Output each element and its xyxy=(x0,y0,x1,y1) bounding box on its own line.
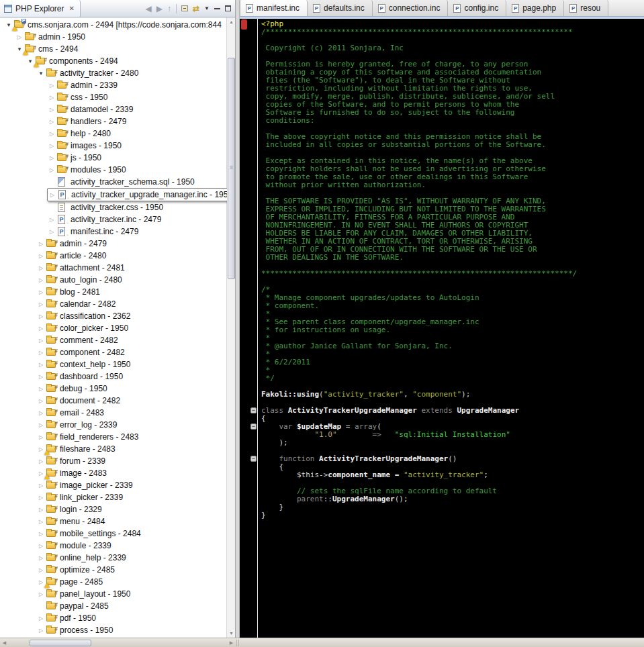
editor-tab-manifest.inc[interactable]: manifest.inc xyxy=(240,0,308,16)
scroll-up-arrow-icon[interactable]: ▲ xyxy=(227,17,235,26)
tree-item-fileshare[interactable]: ▷#fileshare - 2483 xyxy=(36,443,227,455)
close-view-icon[interactable]: ✕ xyxy=(68,5,74,12)
closed-expander-icon[interactable]: ▷ xyxy=(36,507,46,513)
tree-item-online_help[interactable]: ▷#online_help - 2339 xyxy=(36,552,227,564)
forward-arrow-icon[interactable]: ▶ xyxy=(156,5,163,13)
closed-expander-icon[interactable]: ▷ xyxy=(47,143,56,149)
tree-item-components[interactable]: ▾#components - 2494 xyxy=(26,55,227,67)
tree-item-field_renderers[interactable]: ▷#field_renderers - 2483 xyxy=(36,431,227,443)
tree-item-document[interactable]: ▷#document - 2482 xyxy=(36,395,227,407)
closed-expander-icon[interactable]: ▷ xyxy=(47,83,56,89)
fold-collapse-icon[interactable]: − xyxy=(250,407,257,413)
tree-item-article[interactable]: ▷#article - 2480 xyxy=(36,250,227,262)
tree-item-blog[interactable]: ▷#blog - 2481 xyxy=(36,286,227,298)
closed-expander-icon[interactable]: ▷ xyxy=(47,95,56,101)
tree-item-comment[interactable]: ▷#comment - 2482 xyxy=(36,334,227,346)
tree-item-module[interactable]: ▷#module - 2339 xyxy=(36,540,227,552)
tree-item-link_picker[interactable]: ▷#link_picker - 2339 xyxy=(36,491,227,503)
closed-expander-icon[interactable]: ▷ xyxy=(36,326,46,332)
closed-expander-icon[interactable]: ▷ xyxy=(36,301,46,307)
tree-item-admin[interactable]: ▷#admin - 2339 xyxy=(47,79,227,91)
sash-grip[interactable] xyxy=(236,640,240,646)
closed-expander-icon[interactable]: ▷ xyxy=(36,628,46,634)
closed-expander-icon[interactable]: ▷ xyxy=(36,495,46,501)
closed-expander-icon[interactable]: ▷ xyxy=(47,229,56,235)
tree-item-calendar[interactable]: ▷#calendar - 2482 xyxy=(36,298,227,310)
tree-item-activity_tracker_schema.sql[interactable]: activity_tracker_schema.sql - 1950 xyxy=(47,176,227,188)
tree-item-menu[interactable]: ▷#menu - 2484 xyxy=(36,515,227,528)
closed-expander-icon[interactable]: ▷ xyxy=(36,615,46,621)
closed-expander-icon[interactable]: ▷ xyxy=(36,362,46,368)
closed-expander-icon[interactable]: ▷ xyxy=(47,119,56,125)
tree-item-handlers[interactable]: ▷#handlers - 2479 xyxy=(47,115,227,128)
tree-hscroll-thumb[interactable] xyxy=(30,640,91,646)
scroll-right-arrow-icon[interactable]: ▶ xyxy=(227,639,236,647)
closed-expander-icon[interactable]: ▷ xyxy=(36,422,46,428)
closed-expander-icon[interactable]: ▷ xyxy=(36,386,46,392)
closed-expander-icon[interactable]: ▷ xyxy=(36,253,46,259)
editor-tab-page.php[interactable]: page.php xyxy=(506,0,564,16)
closed-expander-icon[interactable]: ▷ xyxy=(36,277,46,283)
tree-item-paypal[interactable]: #paypal - 2485 xyxy=(36,600,227,612)
closed-expander-icon[interactable]: ▷ xyxy=(36,483,46,489)
tree-item-images[interactable]: ▷#images - 1950 xyxy=(47,140,227,152)
annotation-ruler[interactable] xyxy=(240,19,249,638)
scroll-down-arrow-icon[interactable]: ▼ xyxy=(227,629,235,638)
closed-expander-icon[interactable]: ▷ xyxy=(36,531,46,537)
closed-expander-icon[interactable]: ▷ xyxy=(36,543,46,549)
closed-expander-icon[interactable]: ▷ xyxy=(47,155,56,161)
tree-item-forum[interactable]: ▷#forum - 2339 xyxy=(36,455,227,467)
tree-item-image_picker[interactable]: ▷#image_picker - 2339 xyxy=(36,479,227,491)
tree-item-datamodel[interactable]: ▷#datamodel - 2339 xyxy=(47,103,227,115)
closed-expander-icon[interactable]: ▷ xyxy=(36,567,46,573)
php-explorer-view-tab[interactable]: PHP Explorer ✕ xyxy=(0,0,81,17)
tree-item-manifest.inc[interactable]: ▷P◦manifest.inc - 2479 xyxy=(47,226,227,238)
folding-ruler[interactable]: −−− xyxy=(249,19,258,638)
tree-item-cms[interactable]: ▾#cms - 2494 xyxy=(15,43,227,55)
tree-item-activity_tracker.inc[interactable]: ▷P◦activity_tracker.inc - 2479 xyxy=(47,213,227,226)
closed-expander-icon[interactable]: ▷ xyxy=(36,434,46,440)
editor-tab-config.inc[interactable]: config.inc xyxy=(448,0,506,16)
tree-item-image[interactable]: ▷#image - 2483 xyxy=(36,467,227,479)
closed-expander-icon[interactable]: ▷ xyxy=(47,131,56,137)
closed-expander-icon[interactable]: ▷ xyxy=(36,338,46,344)
tree-item-pdf[interactable]: ▷#pdf - 1950 xyxy=(36,612,227,624)
editor-tab-defaults.inc[interactable]: defaults.inc xyxy=(308,0,373,16)
tree-vertical-scrollbar[interactable]: ▲ ▼ xyxy=(226,17,235,638)
tree-item-dashboard[interactable]: ▷#dashboard - 1950 xyxy=(36,370,227,383)
closed-expander-icon[interactable]: ▷ xyxy=(36,265,46,271)
tree-vscroll-thumb[interactable] xyxy=(228,58,235,279)
tree-item-css[interactable]: ▷#css - 1950 xyxy=(47,91,227,103)
scroll-left-arrow-icon[interactable]: ◀ xyxy=(0,639,9,647)
tree-item-mobile_settings[interactable]: ▷#mobile_settings - 2484 xyxy=(36,528,227,540)
open-expander-icon[interactable]: ▾ xyxy=(36,70,46,77)
closed-expander-icon[interactable]: ▷ xyxy=(36,350,46,356)
maximize-icon[interactable] xyxy=(225,5,231,11)
tree-item-page[interactable]: ▷#page - 2485 xyxy=(36,576,227,588)
tree-item-activity_tracker.css[interactable]: activity_tracker.css - 1950 xyxy=(47,201,227,213)
closed-expander-icon[interactable]: ▷ xyxy=(36,555,46,561)
tree-item-activity_tracker[interactable]: ▾#activity_tracker - 2480 xyxy=(36,67,227,79)
editor-tab-connection.inc[interactable]: connection.inc xyxy=(373,0,449,16)
tree-item-cms.sonjara.com[interactable]: ▾#Pcms.sonjara.com - 2494 [https://code.… xyxy=(4,19,227,31)
fold-collapse-icon[interactable]: − xyxy=(250,456,257,462)
closed-expander-icon[interactable]: ▷ xyxy=(36,374,46,380)
tree-item-auto_login[interactable]: ▷#auto_login - 2480 xyxy=(36,274,227,286)
tree-item-debug[interactable]: ▷#debug - 1950 xyxy=(36,383,227,395)
tree-item-process[interactable]: ▷#process - 1950 xyxy=(36,624,227,636)
tree-item-panel_layout[interactable]: ▷#panel_layout - 1950 xyxy=(36,588,227,600)
closed-expander-icon[interactable]: ▷ xyxy=(36,519,46,525)
tree-item-js[interactable]: ▷#js - 1950 xyxy=(47,152,227,164)
tree-item-activity_tracker_upgrade_manager.inc[interactable]: ▷P◦activity_tracker_upgrade_manager.inc … xyxy=(47,188,227,201)
code-editor[interactable]: <?php/**********************************… xyxy=(258,19,644,638)
tree-item-classification[interactable]: ▷#classification - 2362 xyxy=(36,310,227,322)
tree-item-attachment[interactable]: ▷#attachment - 2481 xyxy=(36,262,227,274)
closed-expander-icon[interactable]: ▷ xyxy=(36,289,46,295)
tree-item-modules[interactable]: ▷#modules - 1950 xyxy=(47,164,227,176)
tree-item-optimize[interactable]: ▷#optimize - 2485 xyxy=(36,564,227,576)
closed-expander-icon[interactable]: ▷ xyxy=(47,167,56,173)
back-arrow-icon[interactable]: ◀ xyxy=(146,5,152,13)
tree-item-error_log[interactable]: ▷#error_log - 2339 xyxy=(36,419,227,431)
closed-expander-icon[interactable]: ▷ xyxy=(47,217,56,223)
tree-item-admin[interactable]: ▷#admin - 2479 xyxy=(36,238,227,250)
